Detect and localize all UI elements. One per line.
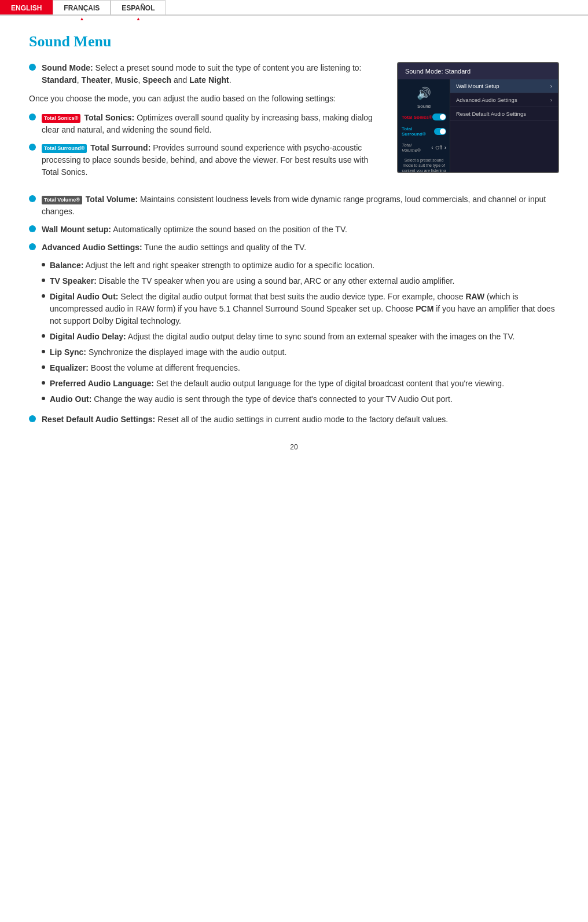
bullet-dot-total-volume xyxy=(29,195,36,202)
bullet-dot-advanced-audio xyxy=(29,243,36,250)
digital-audio-out-text: Select the digital audio output format t… xyxy=(118,292,465,301)
sub-bullet-digital-audio-delay: Digital Audio Delay: Adjust the digital … xyxy=(42,331,559,343)
sound-mode-text: Select a preset sound mode to suit the t… xyxy=(95,63,362,72)
sub-bullet-dot-balance xyxy=(42,263,45,266)
equalizer-label: Equalizer: xyxy=(50,363,89,372)
bullet-dot-total-surround xyxy=(29,144,36,151)
pcm-label: PCM xyxy=(416,304,433,313)
digital-audio-delay-label: Digital Audio Delay: xyxy=(50,332,126,341)
tv-speaker-text: Disable the TV speaker when you are usin… xyxy=(97,276,454,286)
page-number: 20 xyxy=(29,443,559,451)
bullet-advanced-audio: Advanced Audio Settings: Tune the audio … xyxy=(29,242,559,254)
advanced-audio-text: Tune the audio settings and quality of t… xyxy=(144,243,306,252)
tv-right-reset-label: Reset Default Audio Settings xyxy=(456,111,526,117)
sound-mode-speech: Speech xyxy=(142,75,171,85)
sub-bullet-equalizer: Equalizer: Boost the volume at different… xyxy=(42,362,559,374)
tv-surround-label: Total Surround® xyxy=(402,126,434,137)
audio-out-label: Audio Out: xyxy=(50,394,91,404)
tv-arrow-right: › xyxy=(444,145,446,151)
sound-icon: 🔊 xyxy=(417,86,431,100)
tv-arrow-left: ‹ xyxy=(431,145,433,151)
sub-bullet-balance: Balance: Adjust the left and right speak… xyxy=(42,259,559,272)
sub-bullet-text-digital-audio-out: Digital Audio Out: Select the digital au… xyxy=(50,291,559,327)
balance-label: Balance: xyxy=(50,261,83,270)
tv-left-panel: 🔊 Sound Total Sonics® Total Surround® xyxy=(398,79,450,172)
reset-default-label: Reset Default Audio Settings: xyxy=(42,415,155,424)
sound-mode-period: . xyxy=(229,75,231,85)
lang-tab-english[interactable]: ENGLISH xyxy=(0,0,53,14)
sub-bullet-dot-lip-sync xyxy=(42,350,45,353)
tv-right-reset: Reset Default Audio Settings xyxy=(450,107,558,121)
tv-right-advanced-audio: Advanced Audio Settings › xyxy=(450,93,558,107)
tv-right-advanced-arrow: › xyxy=(550,97,552,103)
tv-left-label: Sound xyxy=(417,104,431,109)
bullet-text-total-surround: Total Surround® Total Surround: Provides… xyxy=(42,142,383,178)
francais-triangle: ▲ xyxy=(79,16,84,21)
sub-bullet-text-equalizer: Equalizer: Boost the volume at different… xyxy=(50,362,240,374)
bullet-dot-reset-default xyxy=(29,415,36,422)
tv-sonics-label: Total Sonics® xyxy=(402,115,432,120)
tv-menu-volume: Total Volume® ‹ Off › xyxy=(402,141,446,154)
tv-toggle-sonics xyxy=(432,114,446,120)
wall-mount-label: Wall Mount setup: xyxy=(42,225,111,234)
sub-bullet-dot-digital-audio-delay xyxy=(42,334,45,338)
tv-main-content: 🔊 Sound Total Sonics® Total Surround® xyxy=(398,79,558,172)
lang-label-espanol: ESPAÑOL xyxy=(122,4,155,12)
tv-right-wall-mount: Wall Mount Setup › xyxy=(450,79,558,93)
equalizer-text: Boost the volume at different frequencie… xyxy=(89,363,240,372)
sub-bullet-text-lip-sync: Lip Sync: Synchronize the displayed imag… xyxy=(50,346,286,358)
digital-audio-delay-text: Adjust the digital audio output delay ti… xyxy=(126,332,515,341)
total-sonics-label: Total Sonics: xyxy=(84,113,134,122)
bullet-text-sound-mode: Sound Mode: Select a preset sound mode t… xyxy=(42,62,383,86)
tv-right-wall-mount-arrow: › xyxy=(550,83,552,89)
sub-bullet-audio-out: Audio Out: Change the way audio is sent … xyxy=(42,393,559,405)
lang-label-english: ENGLISH xyxy=(11,4,42,12)
sub-bullet-dot-equalizer xyxy=(42,365,45,369)
sound-mode-theater: Theater xyxy=(81,75,111,85)
total-volume-label: Total Volume: xyxy=(86,195,138,204)
content-row: Sound Mode: Select a preset sound mode t… xyxy=(29,62,559,184)
sub-bullet-lip-sync: Lip Sync: Synchronize the displayed imag… xyxy=(42,346,559,358)
tv-volume-value: Off xyxy=(435,145,442,151)
tv-header: Sound Mode: Standard xyxy=(398,63,558,79)
lang-tab-francais[interactable]: FRANÇAIS ▲ xyxy=(53,0,111,14)
bullet-dot-total-sonics xyxy=(29,114,36,120)
text-content: Sound Mode: Select a preset sound mode t… xyxy=(29,62,383,184)
sound-mode-music: Music xyxy=(115,75,138,85)
tv-menu-sonics: Total Sonics® xyxy=(402,112,446,122)
preferred-audio-lang-label: Preferred Audio Language: xyxy=(50,379,154,388)
bullet-total-sonics: Total Sonics® Total Sonics: Optimizes ov… xyxy=(29,112,383,136)
sub-bullet-dot-tv-speaker xyxy=(42,279,45,282)
tv-speaker-label: TV Speaker: xyxy=(50,276,97,286)
total-sonics-logo: Total Sonics® xyxy=(42,114,80,123)
tv-right-advanced-audio-label: Advanced Audio Settings xyxy=(456,97,517,103)
sub-bullet-text-preferred-audio-lang: Preferred Audio Language: Set the defaul… xyxy=(50,378,504,390)
tv-left-hint: Select a preset sound mode to suit the t… xyxy=(402,158,446,173)
tv-volume-row: Total Volume® ‹ Off › xyxy=(402,142,446,153)
sub-bullet-text-audio-out: Audio Out: Change the way audio is sent … xyxy=(50,393,453,405)
bullet-total-surround: Total Surround® Total Surround: Provides… xyxy=(29,142,383,178)
bullet-dot-sound-mode xyxy=(29,64,36,71)
sound-mode-label: Sound Mode: xyxy=(42,63,93,72)
bullet-reset-default: Reset Default Audio Settings: Reset all … xyxy=(29,414,559,426)
digital-audio-out-label: Digital Audio Out: xyxy=(50,292,118,301)
sub-bullet-digital-audio-out: Digital Audio Out: Select the digital au… xyxy=(42,291,559,327)
sound-mode-sep2: , xyxy=(111,75,115,85)
tv-toggle-surround xyxy=(434,128,446,135)
bullet-sound-mode: Sound Mode: Select a preset sound mode t… xyxy=(29,62,383,86)
balance-text: Adjust the left and right speaker streng… xyxy=(83,261,374,270)
sub-bullet-preferred-audio-lang: Preferred Audio Language: Set the defaul… xyxy=(42,378,559,390)
tv-menu-surround: Total Surround® xyxy=(402,125,446,138)
sub-bullet-text-tv-speaker: TV Speaker: Disable the TV speaker when … xyxy=(50,275,454,287)
brand-logo-surround: Total Surround® xyxy=(402,126,434,137)
preferred-audio-lang-text: Set the default audio output language fo… xyxy=(154,379,504,388)
main-content: Sound Menu Sound Mode: Select a preset s… xyxy=(0,16,588,474)
wall-mount-text: Automatically optimize the sound based o… xyxy=(113,225,347,234)
lip-sync-label: Lip Sync: xyxy=(50,347,86,357)
bullet-wall-mount: Wall Mount setup: Automatically optimize… xyxy=(29,224,559,236)
sub-bullet-tv-speaker: TV Speaker: Disable the TV speaker when … xyxy=(42,275,559,287)
lip-sync-text: Synchronize the displayed image with the… xyxy=(86,347,286,357)
total-surround-label: Total Surround: xyxy=(90,143,150,152)
total-volume-logo: Total Volume® xyxy=(42,196,82,205)
lang-tab-espanol[interactable]: ESPAÑOL ▲ xyxy=(111,0,166,14)
